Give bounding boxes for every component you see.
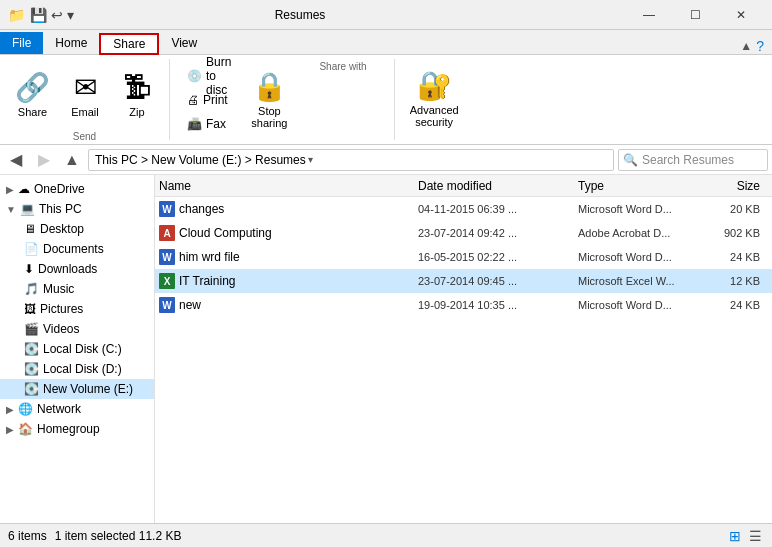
file-name: IT Training xyxy=(179,274,418,288)
file-list-header: Name Date modified Type Size xyxy=(155,175,772,197)
print-label: Print xyxy=(203,93,228,107)
search-placeholder: Search Resumes xyxy=(642,153,734,167)
network-label: Network xyxy=(37,402,81,416)
email-button[interactable]: ✉ Email xyxy=(61,59,109,129)
close-button[interactable]: ✕ xyxy=(718,0,764,30)
sidebar-item-desktop[interactable]: 🖥 Desktop xyxy=(0,219,154,239)
homegroup-arrow: ▶ xyxy=(6,424,14,435)
file-name: changes xyxy=(179,202,418,216)
advanced-security-icon: 🔐 xyxy=(417,69,452,102)
sidebar-item-locald[interactable]: 💽 Local Disk (D:) xyxy=(0,359,154,379)
tab-file[interactable]: File xyxy=(0,32,43,54)
sidebar-item-downloads[interactable]: ⬇ Downloads xyxy=(0,259,154,279)
print-icon: 🖨 xyxy=(187,93,199,107)
ribbon-small-buttons: 💿 Burn to disc 🖨 Print 📠 Fax xyxy=(178,59,240,140)
sidebar-item-music[interactable]: 🎵 Music xyxy=(0,279,154,299)
share-icon: 🔗 xyxy=(15,71,50,104)
documents-label: Documents xyxy=(43,242,104,256)
sidebar-item-pictures[interactable]: 🖼 Pictures xyxy=(0,299,154,319)
ribbon-group-send: 🔗 Share ✉ Email 🗜 Zip Send xyxy=(0,59,170,140)
ribbon-group-share-with: 💿 Burn to disc 🖨 Print 📠 Fax 🔒 Stopshari… xyxy=(170,59,395,140)
burn-button[interactable]: 💿 Burn to disc xyxy=(182,65,236,87)
fax-icon: 📠 xyxy=(187,117,202,131)
file-date: 16-05-2015 02:22 ... xyxy=(418,251,578,263)
table-row[interactable]: XIT Training23-07-2014 09:45 ...Microsof… xyxy=(155,269,772,293)
file-date: 23-07-2014 09:45 ... xyxy=(418,275,578,287)
table-row[interactable]: Wnew19-09-2014 10:35 ...Microsoft Word D… xyxy=(155,293,772,317)
tab-view[interactable]: View xyxy=(159,32,209,54)
file-rows-container: Wchanges04-11-2015 06:39 ...Microsoft Wo… xyxy=(155,197,772,317)
thispc-arrow: ▼ xyxy=(6,204,16,215)
desktop-icon: 🖥 xyxy=(24,222,36,236)
window-controls: — ☐ ✕ xyxy=(626,0,764,30)
fax-button[interactable]: 📠 Fax xyxy=(182,113,236,135)
sidebar-item-videos[interactable]: 🎬 Videos xyxy=(0,319,154,339)
share-with-group-label: Share with xyxy=(300,59,385,140)
sidebar-item-newe[interactable]: 💽 New Volume (E:) xyxy=(0,379,154,399)
table-row[interactable]: Whim wrd file16-05-2015 02:22 ...Microso… xyxy=(155,245,772,269)
file-name: him wrd file xyxy=(179,250,418,264)
share-button[interactable]: 🔗 Share xyxy=(8,59,57,129)
stop-sharing-label: Stopsharing xyxy=(251,105,287,129)
list-view-button[interactable]: ☰ xyxy=(747,528,764,544)
table-row[interactable]: ACloud Computing23-07-2014 09:42 ...Adob… xyxy=(155,221,772,245)
stop-sharing-button[interactable]: 🔒 Stopsharing xyxy=(244,59,294,140)
localc-label: Local Disk (C:) xyxy=(43,342,122,356)
file-size: 24 KB xyxy=(708,251,768,263)
col-name-header[interactable]: Name xyxy=(159,179,418,193)
sidebar-item-thispc[interactable]: ▼ 💻 This PC xyxy=(0,199,154,219)
file-size: 20 KB xyxy=(708,203,768,215)
forward-button[interactable]: ▶ xyxy=(32,148,56,171)
file-size: 12 KB xyxy=(708,275,768,287)
file-date: 04-11-2015 06:39 ... xyxy=(418,203,578,215)
restore-button[interactable]: ☐ xyxy=(672,0,718,30)
selected-info: 1 item selected 11.2 KB xyxy=(55,529,182,543)
breadcrumb-chevron: ▾ xyxy=(308,154,313,165)
file-icon: A xyxy=(159,225,175,241)
videos-icon: 🎬 xyxy=(24,322,39,336)
search-icon: 🔍 xyxy=(623,153,638,167)
file-icon: W xyxy=(159,297,175,313)
back-button[interactable]: ◀ xyxy=(4,148,28,171)
send-group-label: Send xyxy=(8,129,161,142)
sidebar-item-onedrive[interactable]: ▶ ☁ OneDrive xyxy=(0,179,154,199)
desktop-label: Desktop xyxy=(40,222,84,236)
sidebar-item-homegroup[interactable]: ▶ 🏠 Homegroup xyxy=(0,419,154,439)
sidebar-item-network[interactable]: ▶ 🌐 Network xyxy=(0,399,154,419)
pictures-icon: 🖼 xyxy=(24,302,36,316)
window-title: Resumes xyxy=(0,8,626,22)
ribbon-arrow-left[interactable]: ▲ xyxy=(740,39,752,53)
sidebar-item-localc[interactable]: 💽 Local Disk (C:) xyxy=(0,339,154,359)
music-label: Music xyxy=(43,282,74,296)
print-button[interactable]: 🖨 Print xyxy=(182,89,236,111)
advanced-security-button[interactable]: 🔐 Advancedsecurity xyxy=(403,59,466,138)
zip-button[interactable]: 🗜 Zip xyxy=(113,59,161,129)
tab-home[interactable]: Home xyxy=(43,32,99,54)
grid-view-button[interactable]: ⊞ xyxy=(727,528,743,544)
minimize-button[interactable]: — xyxy=(626,0,672,30)
file-icon: X xyxy=(159,273,175,289)
sidebar-item-documents[interactable]: 📄 Documents xyxy=(0,239,154,259)
address-box[interactable]: This PC > New Volume (E:) > Resumes ▾ xyxy=(88,149,614,171)
file-list: Name Date modified Type Size Wchanges04-… xyxy=(155,175,772,523)
tab-share[interactable]: Share xyxy=(99,33,159,55)
onedrive-label: OneDrive xyxy=(34,182,85,196)
file-icon: W xyxy=(159,249,175,265)
file-date: 19-09-2014 10:35 ... xyxy=(418,299,578,311)
homegroup-label: Homegroup xyxy=(37,422,100,436)
col-date-header[interactable]: Date modified xyxy=(418,179,578,193)
up-button[interactable]: ▲ xyxy=(60,149,84,171)
table-row[interactable]: Wchanges04-11-2015 06:39 ...Microsoft Wo… xyxy=(155,197,772,221)
tab-bar: File Home Share View ▲ ? xyxy=(0,30,772,55)
documents-icon: 📄 xyxy=(24,242,39,256)
email-label: Email xyxy=(71,106,99,118)
file-type: Microsoft Excel W... xyxy=(578,275,708,287)
share-label: Share xyxy=(18,106,47,118)
search-box[interactable]: 🔍 Search Resumes xyxy=(618,149,768,171)
stop-sharing-icon: 🔒 xyxy=(252,70,287,103)
downloads-icon: ⬇ xyxy=(24,262,34,276)
col-size-header[interactable]: Size xyxy=(708,179,768,193)
help-button[interactable]: ? xyxy=(756,38,764,54)
col-type-header[interactable]: Type xyxy=(578,179,708,193)
item-count: 6 items xyxy=(8,529,47,543)
